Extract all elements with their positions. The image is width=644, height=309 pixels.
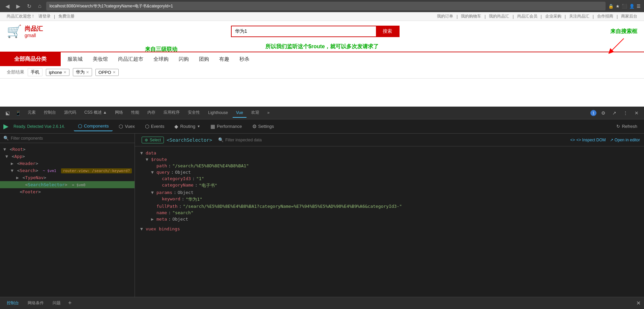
data-inspector-header: ⊕ Select <SearchSelector> 🔍 <> <> Inspec… [135,134,644,146]
tab-application[interactable]: 应用程序 [160,108,183,118]
tab-more[interactable]: » [264,108,273,118]
vuex-expand-arrow[interactable]: ▼ [140,226,144,231]
cat-item-global[interactable]: 全球购 [153,56,169,62]
tab-memory[interactable]: 内存 [144,108,159,118]
inspected-component-name: <SearchSelector> [167,137,212,143]
tab-network[interactable]: 网络 [112,108,126,118]
tab-performance[interactable]: 性能 [128,108,143,118]
tree-item-header[interactable]: ▶ <Header> [0,160,135,167]
devtools-share-button[interactable]: ↗ [610,110,618,116]
tree-item-app[interactable]: ▼ <App> [0,153,135,160]
devtools-bottombar: 控制台 网络条件 问题 + ✕ [0,297,644,309]
route-expand-arrow[interactable]: ▼ [146,157,150,162]
url-bar[interactable] [46,2,606,10]
vue-components-tab[interactable]: ⬡ Components [74,122,113,131]
tab-lighthouse[interactable]: Lighthouse [205,108,231,118]
cat-item-fun[interactable]: 有趣 [219,56,229,62]
fullpath-value: "/search/%E5%8D%8E%E4%B8%BA1?categoryNam… [183,204,402,209]
typenav-chevron: ▶ [16,175,19,180]
bottom-tab-network[interactable]: 网络条件 [24,299,47,307]
params-expand-arrow[interactable]: ▼ [151,190,155,195]
vue-settings-tab[interactable]: ⚙ Settings [248,122,278,131]
tree-item-root[interactable]: ▼ <Root> [0,146,135,153]
tab-css-overview[interactable]: CSS 概述 ▲ [81,108,110,118]
open-editor-icon: ↗ [610,138,613,142]
tab-console[interactable]: 控制台 [40,108,59,118]
inspect-dom-link[interactable]: <> <> Inspect DOM [570,138,606,142]
merchant-link[interactable]: 商家后台 [621,13,637,19]
data-meta-row[interactable]: ▶ meta : Object [140,216,639,222]
member-link[interactable]: 尚品汇会员 [517,13,537,19]
data-params-row[interactable]: ▼ params : Object [140,189,639,196]
select-component-button[interactable]: ⊕ Select [142,137,164,143]
filter-tag-iphone[interactable]: iphone ✕ [46,69,69,76]
cat-item-sale[interactable]: 秒杀 [239,56,250,62]
devtools-settings-button[interactable]: ⚙ [599,110,608,116]
vue-routing-tab[interactable]: ◆ Routing ▼ [170,122,204,131]
add-tab-button[interactable]: + [66,300,74,307]
data-route-row[interactable]: ▼ $route [140,156,639,163]
partner-link[interactable]: 合作招商 [597,13,613,19]
my-orders-link[interactable]: 我的订单 [437,13,453,19]
data-query-row[interactable]: ▼ query : Object [140,169,639,175]
follow-link[interactable]: 关注尚品汇 [569,13,589,19]
vue-vuex-tab[interactable]: ⬡ Vuex [115,122,139,131]
component-filter-input[interactable] [11,136,131,141]
data-expand-arrow[interactable]: ▼ [140,150,144,156]
tree-item-searchselector[interactable]: <SearchSelector> = $vm0 [0,181,135,188]
tree-item-footer[interactable]: <Footer> [0,188,135,195]
app-chevron: ▼ [5,154,8,159]
category-all-button[interactable]: 全部商品分类 [0,52,61,66]
data-path-row: path : "/search/%E5%8D%8E%E4%B8%BA1" [140,163,639,169]
forward-button[interactable]: ▶ [14,2,22,10]
data-section-data[interactable]: ▼ data [140,150,639,156]
enterprise-link[interactable]: 企业采购 [545,13,561,19]
inspect-filter-input[interactable] [225,138,276,142]
filter-tag-oppo[interactable]: OPPO ✕ [95,69,119,76]
devtools-bottombar-close[interactable]: ✕ [636,300,641,306]
meta-expand-arrow[interactable]: ▶ [151,217,155,222]
filter-tag-iphone-remove[interactable]: ✕ [63,70,66,75]
my-profile-link[interactable]: 我的尚品汇 [489,13,509,19]
vue-events-tab[interactable]: ⬡ Events [141,122,169,131]
bottom-tab-issues[interactable]: 问题 [49,299,64,307]
vuex-bindings-row[interactable]: ▼ vuex bindings [140,226,639,232]
performance-icon: ▦ [210,123,215,130]
cat-item-super[interactable]: 尚品汇超市 [118,56,143,62]
back-button[interactable]: ◀ [3,2,11,10]
cat-item-flash[interactable]: 闪购 [179,56,189,62]
tree-item-search[interactable]: ▼ <Search> ~ $vm1 router-view: /search/:… [0,167,135,174]
website-area: 尚品汇欢迎您！ 请登录 | 免费注册 我的订单 | 我的购物车 | 我的尚品汇 … [0,12,644,107]
meta-type: Object [172,217,188,222]
my-cart-link[interactable]: 我的购物车 [461,13,481,19]
tab-security[interactable]: 安全性 [184,108,203,118]
search-chevron: ▼ [11,168,13,173]
register-link[interactable]: 免费注册 [58,13,75,19]
filter-tag-phone[interactable]: 手机 [28,68,42,76]
bottom-tab-console[interactable]: 控制台 [3,299,22,307]
search-button[interactable]: 搜索 [376,26,399,36]
cat-item-group[interactable]: 团购 [199,56,209,62]
dock-button[interactable]: ⬕ [3,110,12,116]
refresh-button[interactable]: ↻ [25,2,33,10]
search-input[interactable] [232,26,376,36]
tab-sources[interactable]: 源代码 [61,108,80,118]
tab-welcome[interactable]: 欢迎 [248,108,263,118]
cat-item-clothes[interactable]: 服装城 [67,56,83,62]
vue-refresh-button[interactable]: ↻ Refresh [613,122,641,130]
devtools-more-button[interactable]: ⋮ [621,110,630,116]
cat-item-beauty[interactable]: 美妆馆 [93,56,108,62]
filter-tag-oppo-remove[interactable]: ✕ [113,70,116,75]
vue-performance-tab[interactable]: ▦ Performance [206,122,246,131]
query-expand-arrow[interactable]: ▼ [151,170,155,175]
open-in-editor-link[interactable]: ↗ Open in editor [610,138,640,142]
filter-tag-huawei[interactable]: 华为 ✕ [73,68,92,76]
home-button[interactable]: ⌂ [36,2,43,10]
filter-tag-huawei-remove[interactable]: ✕ [86,70,89,75]
tab-vue[interactable]: Vue [233,108,246,118]
tab-elements[interactable]: 元素 [24,108,39,118]
device-toggle-button[interactable]: 📱 [13,110,23,116]
devtools-close-button[interactable]: ✕ [633,110,641,116]
tree-item-typenav[interactable]: ▶ <TypeNav> [0,174,135,181]
login-link[interactable]: 请登录 [38,13,51,19]
